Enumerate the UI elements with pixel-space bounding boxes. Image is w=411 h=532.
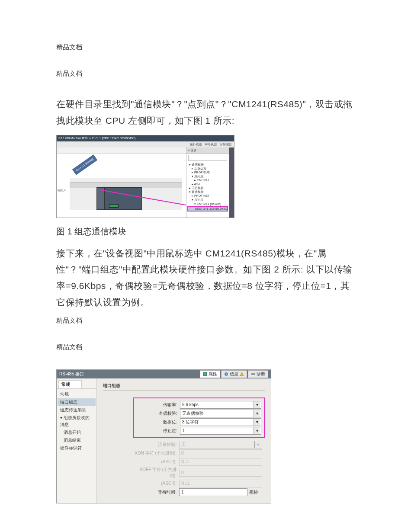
fig2-tab-info-label: 信息 xyxy=(230,371,238,377)
fig2-nav-item[interactable]: 消息开始 xyxy=(58,429,96,436)
config-field-disabled: 0 xyxy=(179,469,262,477)
header-text-1: 精品文档 xyxy=(56,43,355,51)
svg-rect-0 xyxy=(203,372,207,376)
config-row: XON 字符 (十六进制):0 xyxy=(133,449,262,457)
fig2-nav-item[interactable]: 常规 xyxy=(58,391,96,398)
header-text-3: 精品文档 xyxy=(56,317,355,325)
config-row: XOFF 字符 (十六进制):0 xyxy=(133,467,262,479)
fig1-tab-network[interactable]: 网络视图 xyxy=(205,142,217,147)
fig2-extra-rows: 流量控制:无XON 字符 (十六进制):0(ASCII):NULXOFF 字符 … xyxy=(133,438,265,499)
figure-1-caption: 图 1 组态通信模块 xyxy=(56,226,355,237)
svg-rect-4 xyxy=(251,373,255,375)
fig2-content: 端口组态 传输率:9.6 kbps奇偶校验:无奇偶校验数据位:8 位字符停止位:… xyxy=(97,378,271,503)
header-text-2: 精品文档 xyxy=(56,70,355,78)
fig1-toolbar: 拓扑视图 网络视图 设备视图 xyxy=(57,141,234,148)
fig1-tab-topology[interactable]: 拓扑视图 xyxy=(190,142,202,147)
config-row: 等待时间:1毫秒 xyxy=(133,488,262,496)
fig1-window-title: S7 1200 Modbus RTU > PLC_1 [CPU 1214C DC… xyxy=(57,135,234,141)
fig2-tab-diag[interactable]: 诊断 xyxy=(248,370,268,378)
warning-icon xyxy=(240,372,244,376)
config-row: 奇偶校验:无奇偶校验 xyxy=(134,410,261,417)
config-label: 等待时间: xyxy=(133,489,179,495)
config-unit: 毫秒 xyxy=(247,489,262,495)
catalog-tree-item[interactable]: ▸ 工业远程 xyxy=(187,167,228,170)
config-field-disabled: NUL xyxy=(179,458,262,466)
fig1-catalog-header: v 目录 xyxy=(186,147,229,154)
config-label: 流量控制: xyxy=(133,442,179,448)
fig2-tab-properties-label: 属性 xyxy=(209,371,217,377)
config-row: 停止位:1 xyxy=(134,427,261,435)
catalog-tree-item[interactable]: ▸ CM 1241 xyxy=(187,178,228,182)
catalog-tree-item[interactable]: ▸ PROFIBUS xyxy=(187,170,228,174)
fig2-nav-item[interactable]: 硬件标识符 xyxy=(58,444,96,452)
fig2-nav-tab[interactable]: 常规 xyxy=(58,380,82,388)
fig1-search-box[interactable] xyxy=(188,155,227,161)
config-dropdown[interactable]: 8 位字符 xyxy=(180,418,261,426)
fig2-body: 常规 常规端口组态组态传送消息▾ 组态所接收的消息消息开始消息结束硬件标识符 端… xyxy=(57,378,271,503)
fig2-nav-list: 常规端口组态组态传送消息▾ 组态所接收的消息消息开始消息结束硬件标识符 xyxy=(57,388,96,454)
config-label: (ASCII): xyxy=(133,481,179,486)
fig1-rack-label: 机架_0 xyxy=(58,189,66,192)
fig1-catalog-tree[interactable]: ▾ 通信模块▸ 工业远程▸ PROFIBUS▾ 点到点▸ CM 1241▸ AS… xyxy=(186,162,229,212)
document-page: 精品文档 精品文档 在硬件目录里找到"通信模块"？"点到点"？"CM1241(R… xyxy=(0,0,411,521)
config-label: 奇偶校验: xyxy=(134,410,180,417)
catalog-tree-item[interactable]: ▸ 工艺模块 xyxy=(187,186,228,190)
config-dropdown[interactable]: 无奇偶校验 xyxy=(180,410,261,417)
fig2-nav-item[interactable]: 消息结束 xyxy=(58,436,96,444)
fig2-nav-item[interactable]: 组态传送消息 xyxy=(58,406,96,414)
config-label: 停止位: xyxy=(134,428,180,434)
fig2-nav-item[interactable]: 端口组态 xyxy=(58,398,96,406)
fig2-tab-group: 属性 i 信息 诊断 xyxy=(200,370,268,378)
fig1-cpu-module[interactable] xyxy=(104,187,142,210)
paragraph-1: 在硬件目录里找到"通信模块"？"点到点"？"CM1241(RS485)"，双击或… xyxy=(56,96,355,129)
config-label: XOFF 字符 (十六进制): xyxy=(133,467,179,479)
paragraph-2: 接下来，在"设备视图"中用鼠标选中 CM1241(RS485)模块，在"属性"？… xyxy=(56,245,355,311)
catalog-tree-item[interactable]: ▾ 通信模块 xyxy=(187,163,228,167)
figure-1-screenshot: S7 1200 Modbus RTU > PLC_1 [CPU 1214C DC… xyxy=(56,135,234,218)
fig2-titlebar: RS-485 接口 属性 i 信息 xyxy=(57,370,271,378)
config-field-disabled: 无 xyxy=(179,441,262,449)
catalog-tree-item[interactable]: ▾ 通信模块 xyxy=(187,190,228,194)
config-row: (ASCII):NUL xyxy=(133,458,262,466)
config-dropdown[interactable]: 1 xyxy=(180,427,261,435)
fig2-tab-info[interactable]: i 信息 xyxy=(221,370,247,378)
config-row: 传输率:9.6 kbps xyxy=(134,401,261,409)
properties-icon xyxy=(203,372,207,376)
config-field-disabled: NUL xyxy=(179,480,262,487)
fig2-tab-diag-label: 诊断 xyxy=(257,371,265,377)
config-field-disabled: 0 xyxy=(179,449,262,457)
catalog-tree-item[interactable]: ▸ PROFINET xyxy=(187,194,228,198)
info-icon: i xyxy=(224,372,228,376)
config-label: 数据位: xyxy=(134,419,180,425)
fig2-nav-item[interactable]: ▾ 组态所接收的消息 xyxy=(58,414,96,429)
catalog-tree-item[interactable]: ▾ 点到点 xyxy=(187,198,228,202)
fig2-nav-panel: 常规 常规端口组态组态传送消息▾ 组态所接收的消息消息开始消息结束硬件标识符 xyxy=(57,378,97,503)
svg-marker-3 xyxy=(240,372,244,376)
config-field[interactable]: 1 xyxy=(179,488,247,496)
fig1-tab-device[interactable]: 设备视图 xyxy=(219,142,231,147)
config-row: 流量控制:无 xyxy=(133,441,262,449)
fig1-left-toolbar xyxy=(57,147,186,154)
config-label: (ASCII): xyxy=(133,459,179,464)
catalog-tree-item[interactable]: ▾ CM 1241 (RS485) xyxy=(187,202,228,206)
config-dropdown[interactable]: 9.6 kbps xyxy=(180,401,261,409)
fig2-tab-properties[interactable]: 属性 xyxy=(200,370,220,378)
fig1-device-view: CM 1241 (RS485) 机架_0 xyxy=(57,147,187,218)
fig2-section-title: 端口组态 xyxy=(103,383,265,391)
config-label: 传输率: xyxy=(134,402,180,408)
fig1-module-label: CM 1241 (RS485) xyxy=(72,154,97,175)
header-text-4: 精品文档 xyxy=(56,343,355,351)
catalog-selected-item[interactable]: 6ES7 241-1CH30-0XB0 xyxy=(187,206,228,212)
config-row: 数据位:8 位字符 xyxy=(134,418,261,426)
config-row: (ASCII):NUL xyxy=(133,480,262,487)
figure-2-screenshot: RS-485 接口 属性 i 信息 xyxy=(56,369,271,503)
config-label: XON 字符 (十六进制): xyxy=(133,450,179,456)
diag-icon xyxy=(251,372,255,376)
catalog-tree-item[interactable]: ▸ AS-i xyxy=(187,182,228,186)
fig2-port-config-form: 传输率:9.6 kbps奇偶校验:无奇偶校验数据位:8 位字符停止位:1 xyxy=(133,397,265,438)
fig1-right-sidebar xyxy=(229,147,234,218)
fig2-title-text: RS-485 接口 xyxy=(59,371,84,377)
catalog-tree-item[interactable]: ▾ 点到点 xyxy=(187,174,228,178)
fig1-catalog-panel: v 目录 ▾ 通信模块▸ 工业远程▸ PROFIBUS▾ 点到点▸ CM 124… xyxy=(186,147,229,218)
